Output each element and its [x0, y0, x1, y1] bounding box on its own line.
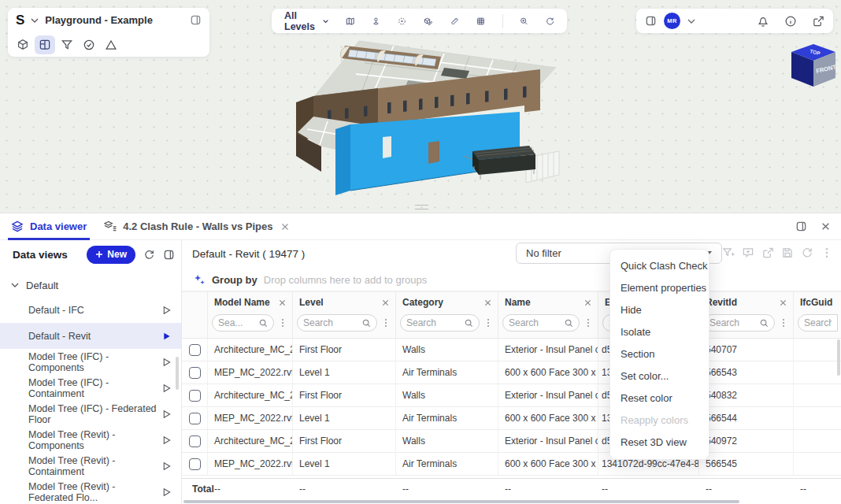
export-icon[interactable]	[761, 246, 774, 259]
remove-column-icon[interactable]	[279, 299, 286, 306]
sidebar-scrollbar[interactable]	[176, 357, 179, 390]
column-header-revitid[interactable]: RevitId	[699, 292, 794, 313]
remove-column-icon[interactable]	[382, 299, 389, 306]
table-row[interactable]: MEP_MC_2022.rvt Level 1 Air Terminals 60…	[182, 407, 841, 430]
row-checkbox[interactable]	[182, 339, 208, 361]
tab-data-viewer[interactable]: Data viewer	[8, 213, 90, 239]
section-panel-button[interactable]	[35, 35, 55, 54]
add-comment-icon[interactable]	[742, 246, 754, 259]
row-checkbox[interactable]	[182, 453, 208, 476]
sidebar-item-tree-ifc-containment[interactable]: Model Tree (IFC) - Containment	[0, 375, 181, 401]
ruler-icon[interactable]	[450, 15, 459, 28]
panel-resize-handle[interactable]	[415, 205, 428, 209]
column-search-input[interactable]	[297, 314, 377, 332]
map-icon[interactable]	[346, 15, 355, 28]
panel-toggle-icon[interactable]	[190, 14, 202, 26]
grid-table-icon[interactable]	[476, 15, 485, 28]
tree-group-default[interactable]: Default	[0, 273, 181, 297]
horizontal-scrollbar[interactable]	[183, 500, 739, 503]
column-menu-icon[interactable]	[480, 318, 495, 328]
menu-item-reset-3d-view[interactable]: Reset 3D view	[610, 432, 709, 454]
menu-item-section[interactable]: Section	[610, 343, 709, 365]
row-checkbox[interactable]	[182, 361, 208, 384]
cube-tool-button[interactable]	[13, 35, 33, 54]
tab-clash-rule[interactable]: 4.2 Clash Rule - Walls vs Pipes	[101, 213, 291, 239]
menu-item-element-properties[interactable]: Element properties	[610, 277, 709, 299]
info-icon[interactable]	[784, 15, 797, 28]
table-row[interactable]: Architecture_MC_2022.rvt First Floor Wal…	[182, 384, 841, 407]
play-icon[interactable]	[162, 358, 171, 367]
placement-pin-icon[interactable]	[372, 15, 380, 28]
remove-column-icon[interactable]	[584, 299, 591, 306]
zoom-area-icon[interactable]	[520, 15, 528, 28]
panel-toggle-icon[interactable]	[795, 220, 807, 232]
column-menu-icon[interactable]	[580, 318, 595, 328]
play-icon-active[interactable]	[162, 332, 171, 341]
play-icon[interactable]	[162, 306, 171, 315]
group-by-bar[interactable]: Group by Drop columns here to add to gro…	[182, 269, 841, 291]
column-search-input[interactable]	[212, 314, 274, 332]
close-panel-icon[interactable]	[821, 222, 830, 231]
levels-dropdown[interactable]: All Levels	[284, 10, 328, 32]
column-search-input[interactable]	[703, 314, 775, 332]
column-search-input[interactable]	[502, 314, 580, 332]
navigation-cube[interactable]: TOP FRONT	[789, 43, 841, 91]
refresh-views-icon[interactable]	[143, 249, 155, 261]
validate-tool-button[interactable]	[79, 35, 99, 54]
close-icon[interactable]	[281, 223, 289, 231]
column-header-model-name[interactable]: Model Name	[208, 292, 293, 313]
column-menu-icon[interactable]	[775, 318, 790, 328]
column-menu-icon[interactable]	[274, 318, 289, 328]
sidebar-item-default-revit[interactable]: Default - Revit	[0, 323, 181, 349]
chevron-down-icon[interactable]	[31, 18, 39, 23]
table-row[interactable]: MEP_MC_2022.rvt Level 1 Air Terminals 60…	[182, 361, 841, 384]
triangle-tool-button[interactable]	[101, 35, 121, 54]
column-header-name[interactable]: Name	[498, 292, 598, 313]
play-icon[interactable]	[162, 384, 171, 393]
3d-viewport[interactable]: S Playground - Example	[0, 0, 841, 213]
column-search-input[interactable]	[798, 314, 838, 332]
menu-item-hide[interactable]: Hide	[610, 299, 709, 321]
focus-icon[interactable]	[398, 15, 406, 28]
collapse-sidebar-icon[interactable]	[163, 249, 175, 261]
column-header-level[interactable]: Level	[293, 292, 396, 313]
sidebar-item-tree-ifc-federated[interactable]: Model Tree (IFC) - Federated Floor	[0, 401, 181, 427]
sidebar-item-default-ifc[interactable]: Default - IFC	[0, 297, 181, 323]
save-icon[interactable]	[781, 246, 794, 259]
filter-tool-button[interactable]	[57, 35, 77, 54]
chevron-down-icon[interactable]	[687, 19, 695, 24]
menu-item-isolate[interactable]: Isolate	[610, 321, 709, 343]
avatar[interactable]: MR	[664, 13, 680, 29]
column-header-ifcguid[interactable]: IfcGuid	[794, 292, 841, 313]
sidebar-item-tree-revit-containment[interactable]: Model Tree (Revit) - Containment	[0, 453, 181, 479]
remove-column-icon[interactable]	[484, 299, 491, 306]
add-filter-icon[interactable]	[722, 246, 735, 259]
menu-item-reset-color[interactable]: Reset color	[610, 387, 709, 410]
play-icon[interactable]	[162, 461, 171, 471]
table-row[interactable]: Architecture_MC_2022.rvt First Floor Wal…	[182, 430, 841, 453]
sidebar-item-tree-ifc-components[interactable]: Model Tree (IFC) - Components	[0, 349, 181, 375]
menu-item-set-color[interactable]: Set color...	[610, 365, 709, 387]
kebab-menu-icon[interactable]	[821, 246, 833, 259]
play-icon[interactable]	[162, 487, 171, 497]
reset-view-icon[interactable]	[546, 15, 554, 28]
column-search-input[interactable]	[400, 314, 480, 332]
column-header-category[interactable]: Category	[396, 292, 498, 313]
row-checkbox[interactable]	[182, 384, 208, 407]
table-row[interactable]: MEP_MC_2022.rvt Level 1 Air Terminals 60…	[182, 453, 841, 476]
sidebar-item-tree-revit-components[interactable]: Model Tree (Revit) - Components	[0, 427, 181, 453]
play-icon[interactable]	[162, 410, 171, 419]
play-icon[interactable]	[162, 435, 171, 445]
column-menu-icon[interactable]	[377, 318, 392, 328]
vertical-scrollbar[interactable]	[837, 339, 840, 376]
cube-edit-icon[interactable]	[424, 15, 433, 28]
share-icon[interactable]	[812, 15, 824, 28]
remove-column-icon[interactable]	[780, 299, 787, 306]
row-checkbox[interactable]	[182, 407, 208, 430]
refresh-icon[interactable]	[801, 246, 813, 259]
row-checkbox[interactable]	[182, 430, 208, 453]
menu-item-quick-clash-check[interactable]: Quick Clash Check	[610, 255, 709, 277]
table-row[interactable]: Architecture_MC_2022.rvt First Floor Wal…	[182, 339, 841, 361]
app-logo[interactable]: S	[16, 13, 24, 28]
panel-toggle-icon[interactable]	[645, 15, 657, 27]
